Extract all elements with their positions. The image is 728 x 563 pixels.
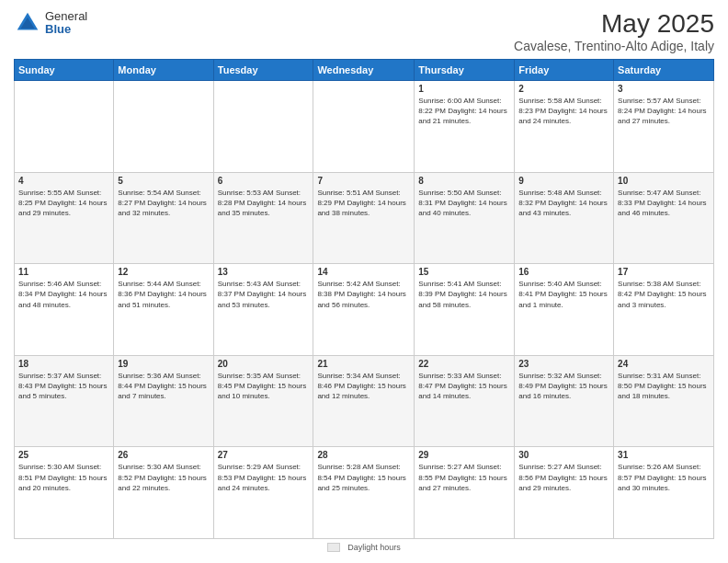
calendar-cell: 2Sunrise: 5:58 AM Sunset: 8:23 PM Daylig… xyxy=(515,81,614,173)
calendar-week-4: 18Sunrise: 5:37 AM Sunset: 8:43 PM Dayli… xyxy=(15,355,714,447)
day-info: Sunrise: 5:54 AM Sunset: 8:27 PM Dayligh… xyxy=(118,188,209,219)
calendar-cell: 22Sunrise: 5:33 AM Sunset: 8:47 PM Dayli… xyxy=(415,355,515,447)
calendar-cell: 13Sunrise: 5:43 AM Sunset: 8:37 PM Dayli… xyxy=(213,264,313,356)
weekday-header-monday: Monday xyxy=(114,60,213,81)
calendar-cell: 6Sunrise: 5:53 AM Sunset: 8:28 PM Daylig… xyxy=(213,172,313,264)
calendar-cell xyxy=(15,81,114,173)
calendar-cell: 15Sunrise: 5:41 AM Sunset: 8:39 PM Dayli… xyxy=(415,264,515,356)
weekday-header-wednesday: Wednesday xyxy=(313,60,415,81)
calendar-body: 1Sunrise: 6:00 AM Sunset: 8:22 PM Daylig… xyxy=(15,81,714,539)
day-info: Sunrise: 5:27 AM Sunset: 8:56 PM Dayligh… xyxy=(518,462,609,493)
day-info: Sunrise: 5:40 AM Sunset: 8:41 PM Dayligh… xyxy=(518,279,609,310)
month-title: May 2025 xyxy=(514,9,714,39)
day-info: Sunrise: 5:34 AM Sunset: 8:46 PM Dayligh… xyxy=(317,371,410,402)
day-number: 13 xyxy=(218,267,310,277)
calendar-cell: 26Sunrise: 5:30 AM Sunset: 8:52 PM Dayli… xyxy=(114,447,213,539)
title-block: May 2025 Cavalese, Trentino-Alto Adige, … xyxy=(514,9,714,53)
calendar-cell: 20Sunrise: 5:35 AM Sunset: 8:45 PM Dayli… xyxy=(213,355,313,447)
weekday-header-tuesday: Tuesday xyxy=(213,60,313,81)
calendar-cell: 16Sunrise: 5:40 AM Sunset: 8:41 PM Dayli… xyxy=(515,264,614,356)
day-info: Sunrise: 5:48 AM Sunset: 8:32 PM Dayligh… xyxy=(518,188,609,219)
weekday-header-friday: Friday xyxy=(515,60,614,81)
day-number: 5 xyxy=(118,176,209,186)
calendar-cell: 5Sunrise: 5:54 AM Sunset: 8:27 PM Daylig… xyxy=(114,172,213,264)
calendar-cell xyxy=(313,81,415,173)
calendar-cell: 4Sunrise: 5:55 AM Sunset: 8:25 PM Daylig… xyxy=(15,172,114,264)
day-number: 14 xyxy=(317,267,410,277)
calendar-cell: 7Sunrise: 5:51 AM Sunset: 8:29 PM Daylig… xyxy=(313,172,415,264)
calendar-cell: 29Sunrise: 5:27 AM Sunset: 8:55 PM Dayli… xyxy=(415,447,515,539)
calendar-week-5: 25Sunrise: 5:30 AM Sunset: 8:51 PM Dayli… xyxy=(15,447,714,539)
day-info: Sunrise: 5:50 AM Sunset: 8:31 PM Dayligh… xyxy=(418,188,510,219)
day-number: 1 xyxy=(418,84,510,94)
calendar-cell: 8Sunrise: 5:50 AM Sunset: 8:31 PM Daylig… xyxy=(415,172,515,264)
calendar-cell: 30Sunrise: 5:27 AM Sunset: 8:56 PM Dayli… xyxy=(515,447,614,539)
calendar-cell: 9Sunrise: 5:48 AM Sunset: 8:32 PM Daylig… xyxy=(515,172,614,264)
day-number: 8 xyxy=(418,176,510,186)
day-number: 28 xyxy=(317,450,410,460)
day-number: 29 xyxy=(418,450,510,460)
day-info: Sunrise: 5:29 AM Sunset: 8:53 PM Dayligh… xyxy=(218,462,310,493)
calendar-cell: 28Sunrise: 5:28 AM Sunset: 8:54 PM Dayli… xyxy=(313,447,415,539)
day-number: 9 xyxy=(518,176,609,186)
day-number: 12 xyxy=(118,267,209,277)
day-number: 10 xyxy=(618,176,710,186)
footer-box xyxy=(327,543,340,552)
day-number: 19 xyxy=(118,359,209,369)
calendar-cell: 31Sunrise: 5:26 AM Sunset: 8:57 PM Dayli… xyxy=(614,447,714,539)
weekday-header-sunday: Sunday xyxy=(15,60,114,81)
logo-blue-text: Blue xyxy=(45,23,87,36)
day-info: Sunrise: 5:37 AM Sunset: 8:43 PM Dayligh… xyxy=(18,371,109,402)
day-info: Sunrise: 5:32 AM Sunset: 8:49 PM Dayligh… xyxy=(518,371,609,402)
calendar-week-2: 4Sunrise: 5:55 AM Sunset: 8:25 PM Daylig… xyxy=(15,172,714,264)
day-info: Sunrise: 5:58 AM Sunset: 8:23 PM Dayligh… xyxy=(518,96,609,127)
day-number: 27 xyxy=(218,450,310,460)
calendar-cell: 3Sunrise: 5:57 AM Sunset: 8:24 PM Daylig… xyxy=(614,81,714,173)
calendar-cell: 27Sunrise: 5:29 AM Sunset: 8:53 PM Dayli… xyxy=(213,447,313,539)
day-info: Sunrise: 5:31 AM Sunset: 8:50 PM Dayligh… xyxy=(618,371,710,402)
footer-label: Daylight hours xyxy=(347,543,401,552)
day-info: Sunrise: 5:46 AM Sunset: 8:34 PM Dayligh… xyxy=(18,279,109,310)
calendar-cell: 19Sunrise: 5:36 AM Sunset: 8:44 PM Dayli… xyxy=(114,355,213,447)
calendar-cell xyxy=(114,81,213,173)
calendar-cell: 23Sunrise: 5:32 AM Sunset: 8:49 PM Dayli… xyxy=(515,355,614,447)
day-number: 23 xyxy=(518,359,609,369)
day-number: 6 xyxy=(218,176,310,186)
day-number: 24 xyxy=(618,359,710,369)
day-info: Sunrise: 5:47 AM Sunset: 8:33 PM Dayligh… xyxy=(618,188,710,219)
day-info: Sunrise: 5:42 AM Sunset: 8:38 PM Dayligh… xyxy=(317,279,410,310)
day-info: Sunrise: 5:30 AM Sunset: 8:51 PM Dayligh… xyxy=(18,462,109,493)
day-info: Sunrise: 5:55 AM Sunset: 8:25 PM Dayligh… xyxy=(18,188,109,219)
calendar-week-1: 1Sunrise: 6:00 AM Sunset: 8:22 PM Daylig… xyxy=(15,81,714,173)
logo-text: General Blue xyxy=(45,10,87,37)
calendar-cell: 21Sunrise: 5:34 AM Sunset: 8:46 PM Dayli… xyxy=(313,355,415,447)
day-number: 31 xyxy=(618,450,710,460)
calendar-cell: 12Sunrise: 5:44 AM Sunset: 8:36 PM Dayli… xyxy=(114,264,213,356)
header-row: SundayMondayTuesdayWednesdayThursdayFrid… xyxy=(15,60,714,81)
day-number: 7 xyxy=(317,176,410,186)
day-info: Sunrise: 5:43 AM Sunset: 8:37 PM Dayligh… xyxy=(218,279,310,310)
day-info: Sunrise: 5:30 AM Sunset: 8:52 PM Dayligh… xyxy=(118,462,209,493)
logo: General Blue xyxy=(14,9,87,37)
header: General Blue May 2025 Cavalese, Trentino… xyxy=(14,9,714,53)
logo-icon xyxy=(14,9,41,37)
day-number: 18 xyxy=(18,359,109,369)
day-info: Sunrise: 6:00 AM Sunset: 8:22 PM Dayligh… xyxy=(418,96,510,127)
day-number: 4 xyxy=(18,176,109,186)
calendar: SundayMondayTuesdayWednesdayThursdayFrid… xyxy=(14,59,714,539)
day-info: Sunrise: 5:28 AM Sunset: 8:54 PM Dayligh… xyxy=(317,462,410,493)
page: General Blue May 2025 Cavalese, Trentino… xyxy=(0,0,728,563)
calendar-cell xyxy=(213,81,313,173)
day-number: 26 xyxy=(118,450,209,460)
day-info: Sunrise: 5:53 AM Sunset: 8:28 PM Dayligh… xyxy=(218,188,310,219)
day-info: Sunrise: 5:51 AM Sunset: 8:29 PM Dayligh… xyxy=(317,188,410,219)
calendar-table: SundayMondayTuesdayWednesdayThursdayFrid… xyxy=(14,59,714,539)
day-number: 21 xyxy=(317,359,410,369)
weekday-header-thursday: Thursday xyxy=(415,60,515,81)
calendar-cell: 25Sunrise: 5:30 AM Sunset: 8:51 PM Dayli… xyxy=(15,447,114,539)
day-info: Sunrise: 5:57 AM Sunset: 8:24 PM Dayligh… xyxy=(618,96,710,127)
day-number: 15 xyxy=(418,267,510,277)
day-number: 3 xyxy=(618,84,710,94)
day-number: 16 xyxy=(518,267,609,277)
day-info: Sunrise: 5:36 AM Sunset: 8:44 PM Dayligh… xyxy=(118,371,209,402)
